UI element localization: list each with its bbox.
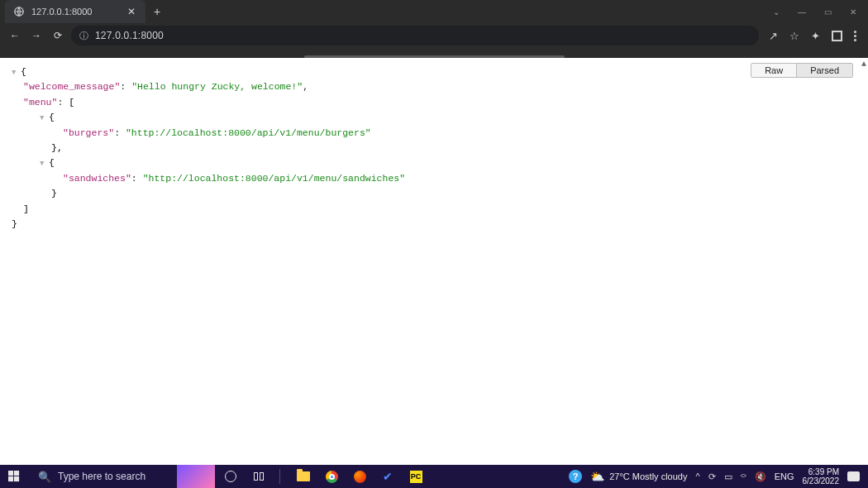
todo-icon[interactable]: ✔ xyxy=(380,469,395,484)
extensions-icon[interactable]: ✦ xyxy=(811,30,820,42)
menu-kebab-icon[interactable] xyxy=(854,31,856,41)
address-bar-icons: ↗ ☆ ✦ xyxy=(764,30,861,42)
json-key: "sandwiches" xyxy=(63,173,131,184)
battery-icon[interactable]: ▭ xyxy=(724,471,732,482)
minimize-button[interactable]: — xyxy=(798,7,806,17)
address-bar: ← → ⟳ ⓘ 127.0.0.1:8000 ↗ ☆ ✦ xyxy=(0,23,868,48)
taskbar-right: ? ⛅ 27°C Mostly cloudy ^ ⟳ ▭ ⌔ 🔇 ENG 6:3… xyxy=(569,467,868,486)
json-view-toggle: Raw Parsed xyxy=(751,63,853,78)
json-key: "menu" xyxy=(23,97,57,108)
json-key: "burgers" xyxy=(63,127,114,138)
notifications-icon[interactable] xyxy=(847,471,860,481)
collapse-toggle-icon[interactable]: ▼ xyxy=(40,158,46,170)
parsed-button[interactable]: Parsed xyxy=(797,64,852,77)
scroll-up-arrow-icon[interactable]: ▲ xyxy=(861,60,866,69)
weather-icon: ⛅ xyxy=(590,470,604,483)
share-icon[interactable]: ↗ xyxy=(769,30,778,42)
close-tab-icon[interactable]: ✕ xyxy=(127,6,136,17)
json-string: "Hello hungry Zucky, welcome!" xyxy=(131,81,303,92)
star-icon[interactable]: ☆ xyxy=(789,30,799,42)
clock-time: 6:39 PM xyxy=(803,467,840,476)
clock-date: 6/23/2022 xyxy=(803,476,840,486)
maximize-button[interactable]: ▭ xyxy=(824,7,832,17)
back-button[interactable]: ← xyxy=(7,27,23,44)
page-content: ▲ Raw Parsed ▼{ "welcome_message": "Hell… xyxy=(0,58,868,465)
weather-widget[interactable]: ⛅ 27°C Mostly cloudy xyxy=(590,470,687,483)
forward-button[interactable]: → xyxy=(28,27,45,44)
globe-icon xyxy=(13,6,25,17)
tab-search-chevron-icon[interactable]: ⌄ xyxy=(773,7,780,17)
browser-tab-active[interactable]: 127.0.0.1:8000 ✕ xyxy=(5,0,145,23)
clock[interactable]: 6:39 PM 6/23/2022 xyxy=(803,467,840,486)
search-placeholder: Type here to search xyxy=(58,471,145,482)
raw-button[interactable]: Raw xyxy=(751,64,797,77)
url-field[interactable]: ⓘ 127.0.0.1:8000 xyxy=(71,26,759,45)
weather-text: 27°C Mostly cloudy xyxy=(609,471,687,481)
tab-title: 127.0.0.1:8000 xyxy=(31,7,121,17)
json-string: "http://localhost:8000/api/v1/menu/burge… xyxy=(126,127,371,138)
svg-rect-1 xyxy=(8,471,13,476)
news-widget[interactable] xyxy=(177,465,215,488)
taskbar-divider xyxy=(279,469,283,484)
browser-tab-strip: 127.0.0.1:8000 ✕ + ⌄ — ▭ ✕ xyxy=(0,0,868,23)
help-icon[interactable]: ? xyxy=(569,470,582,483)
taskbar-search[interactable]: 🔍 Type here to search xyxy=(28,465,177,488)
collapse-toggle-icon[interactable]: ▼ xyxy=(12,67,18,79)
search-icon: 🔍 xyxy=(38,471,51,483)
window-controls: ⌄ — ▭ ✕ xyxy=(773,7,868,17)
json-string: "http://localhost:8000/api/v1/menu/sandw… xyxy=(143,173,405,184)
file-explorer-icon[interactable] xyxy=(296,469,311,484)
volume-icon[interactable]: 🔇 xyxy=(755,471,766,482)
wifi-icon[interactable]: ⌔ xyxy=(741,471,746,481)
site-info-icon[interactable]: ⓘ xyxy=(79,30,88,42)
url-text: 127.0.0.1:8000 xyxy=(95,30,164,41)
chrome-icon[interactable] xyxy=(324,469,339,484)
json-key: "welcome_message" xyxy=(23,81,120,92)
tray-overflow-icon[interactable]: ^ xyxy=(695,471,699,481)
reload-button[interactable]: ⟳ xyxy=(50,27,66,44)
taskbar-pinned-apps: ✔ PC xyxy=(215,469,432,484)
svg-rect-2 xyxy=(14,471,19,476)
pycharm-icon[interactable]: PC xyxy=(408,469,423,484)
collapse-toggle-icon[interactable]: ▼ xyxy=(40,112,46,124)
onedrive-icon[interactable]: ⟳ xyxy=(708,471,716,482)
svg-rect-4 xyxy=(14,476,19,481)
language-indicator[interactable]: ENG xyxy=(775,471,794,481)
taskbar: 🔍 Type here to search ✔ PC ? ⛅ 27°C Most… xyxy=(0,465,868,488)
firefox-icon[interactable] xyxy=(352,469,367,484)
bookmark-strip xyxy=(0,48,868,58)
close-window-button[interactable]: ✕ xyxy=(850,7,856,17)
svg-rect-3 xyxy=(8,476,13,481)
start-button[interactable] xyxy=(0,471,28,482)
cortana-icon[interactable] xyxy=(223,469,238,484)
task-view-icon[interactable] xyxy=(251,469,266,484)
json-viewer[interactable]: ▼{ "welcome_message": "Hello hungry Zuck… xyxy=(0,58,868,232)
reading-list-icon[interactable] xyxy=(832,31,842,41)
new-tab-button[interactable]: + xyxy=(145,5,169,18)
